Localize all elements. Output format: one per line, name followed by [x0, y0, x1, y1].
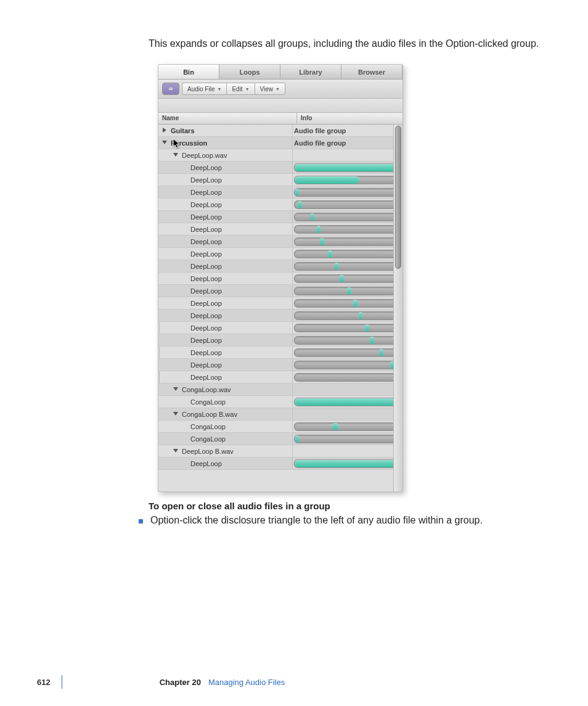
row-label: DeepLoop	[190, 337, 222, 344]
region-bar-fill	[320, 238, 324, 245]
page-footer: 612 Chapter 20 Managing Audio Files	[37, 675, 285, 689]
row-label: DeepLoop	[190, 300, 222, 307]
table-row[interactable]: CongaLoop	[158, 421, 402, 433]
region-bar-fill	[380, 349, 384, 356]
disclosure-triangle-icon[interactable]	[162, 128, 168, 134]
table-row[interactable]: DeepLoop	[158, 260, 402, 273]
dropdown-triangle-icon: ▼	[217, 87, 221, 91]
chapter-title: Managing Audio Files	[208, 678, 285, 687]
row-label: CongaLoop.wav	[182, 386, 231, 393]
table-row[interactable]: DeepLoop	[158, 273, 402, 285]
view-menu[interactable]: View▼	[255, 83, 285, 95]
disclosure-triangle-icon[interactable]	[173, 448, 179, 454]
table-row[interactable]: DeepLoop.wav	[158, 149, 402, 162]
table-row[interactable]: PercussionAudio file group	[158, 137, 402, 149]
table-row[interactable]: DeepLoop	[158, 174, 402, 186]
row-label: DeepLoop	[190, 287, 222, 295]
row-label: DeepLoop	[190, 263, 222, 270]
region-bar-fill	[340, 275, 344, 282]
table-row[interactable]: CongaLoop.wav	[158, 384, 402, 396]
table-row[interactable]: DeepLoop	[158, 310, 402, 322]
disclosure-triangle-icon[interactable]	[162, 140, 168, 146]
table-row[interactable]: CongaLoop B.wav	[158, 408, 402, 421]
region-bar	[294, 348, 400, 357]
table-row[interactable]: DeepLoop	[158, 162, 402, 174]
region-bar-fill	[353, 300, 357, 307]
column-header-info[interactable]: Info	[297, 113, 402, 124]
disclosure-triangle-icon[interactable]	[173, 411, 179, 417]
table-row[interactable]: GuitarsAudio file group	[158, 125, 402, 137]
table-row[interactable]: DeepLoop	[158, 223, 402, 236]
region-bar	[294, 459, 400, 468]
row-label: DeepLoop	[190, 226, 222, 233]
region-bar	[294, 373, 400, 382]
region-bar-fill	[295, 176, 359, 184]
row-label: DeepLoop	[190, 324, 222, 332]
audio-file-menu[interactable]: Audio File▼	[182, 83, 226, 95]
vertical-scrollbar[interactable]	[393, 125, 402, 492]
row-label: CongaLoop B.wav	[182, 411, 237, 418]
region-bar-fill	[311, 213, 315, 221]
region-bar	[294, 176, 400, 184]
region-bar	[294, 188, 400, 197]
section-heading: To open or close all audio files in a gr…	[149, 501, 330, 511]
bullet-item: Option-click the disclosure triangle to …	[139, 515, 558, 526]
disclosure-triangle-icon[interactable]	[173, 152, 179, 158]
row-label: DeepLoop	[190, 312, 222, 319]
table-row[interactable]: DeepLoop	[158, 334, 402, 347]
table-row[interactable]: CongaLoop	[158, 396, 402, 408]
table-row[interactable]: DeepLoop	[158, 297, 402, 310]
toolbar-spacer	[158, 99, 402, 113]
row-label: DeepLoop.wav	[182, 152, 227, 159]
tab-loops[interactable]: Loops	[219, 65, 280, 80]
region-bar-fill	[359, 312, 363, 319]
region-bar	[294, 237, 400, 246]
row-label: DeepLoop B.wav	[182, 448, 234, 455]
region-bar	[294, 287, 400, 295]
table-row[interactable]: DeepLoop	[158, 322, 402, 334]
column-header-name[interactable]: Name	[158, 113, 297, 124]
region-bar-fill	[365, 324, 369, 332]
region-bar	[294, 262, 400, 271]
region-bar	[294, 311, 400, 320]
region-bar	[294, 200, 400, 209]
table-row[interactable]: DeepLoop	[158, 248, 402, 260]
link-icon[interactable]	[162, 83, 179, 95]
region-bar-fill	[335, 263, 339, 270]
mouse-cursor-icon	[173, 138, 181, 149]
region-bar	[294, 250, 400, 258]
region-bar	[294, 422, 400, 431]
table-row[interactable]: DeepLoop	[158, 347, 402, 359]
row-label: DeepLoop	[190, 238, 222, 245]
row-label: DeepLoop	[190, 361, 222, 369]
tab-browser[interactable]: Browser	[341, 65, 402, 80]
table-row[interactable]: DeepLoop	[158, 285, 402, 297]
table-row[interactable]: DeepLoop B.wav	[158, 445, 402, 458]
region-bar-fill	[347, 287, 351, 295]
tab-bin[interactable]: Bin	[158, 65, 219, 80]
region-bar	[294, 336, 400, 345]
tab-library[interactable]: Library	[280, 65, 341, 80]
tab-bar: BinLoopsLibraryBrowser	[158, 65, 402, 80]
table-row[interactable]: DeepLoop	[158, 211, 402, 223]
edit-menu[interactable]: Edit▼	[226, 83, 254, 95]
chapter-label: Chapter 20	[160, 678, 201, 687]
region-bar-fill	[317, 226, 321, 233]
scroll-thumb[interactable]	[395, 126, 401, 269]
table-row[interactable]: DeepLoop	[158, 236, 402, 248]
table-row[interactable]: DeepLoop	[158, 359, 402, 371]
table-row[interactable]: DeepLoop	[158, 458, 402, 470]
disclosure-triangle-icon[interactable]	[173, 387, 179, 393]
region-bar	[294, 299, 400, 308]
table-row[interactable]: DeepLoop	[158, 186, 402, 199]
row-label: DeepLoop	[190, 213, 222, 221]
table-row[interactable]: CongaLoop	[158, 433, 402, 445]
dropdown-triangle-icon: ▼	[276, 87, 280, 91]
row-label: DeepLoop	[190, 349, 222, 356]
table-row[interactable]: DeepLoop	[158, 199, 402, 211]
toolbar: Audio File▼Edit▼View▼	[158, 80, 402, 99]
region-bar-fill	[295, 460, 399, 467]
region-bar	[294, 361, 400, 369]
table-row[interactable]: DeepLoop	[158, 371, 402, 384]
region-bar-fill	[295, 398, 399, 406]
